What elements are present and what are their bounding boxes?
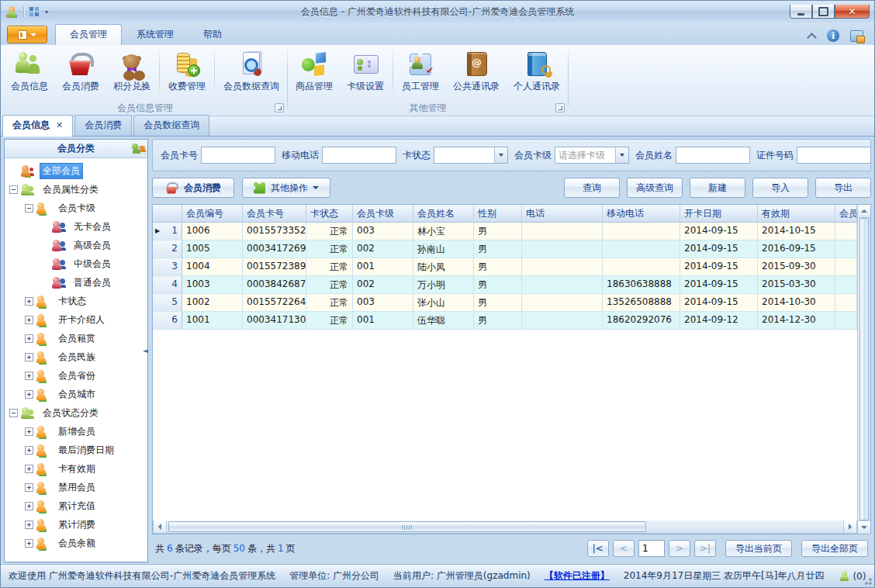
tree-expander-icon[interactable] bbox=[9, 185, 18, 194]
tree-expander-icon[interactable] bbox=[25, 465, 33, 473]
export-all-pages-button[interactable]: 导出全部页 bbox=[801, 540, 868, 557]
filter-input[interactable] bbox=[322, 147, 396, 164]
skin-icon[interactable] bbox=[850, 30, 863, 42]
info-icon[interactable]: i bbox=[827, 29, 839, 42]
quick-access-dropdown-icon[interactable]: ▾ bbox=[45, 9, 48, 16]
column-header[interactable]: 开卡日期 bbox=[680, 205, 758, 222]
column-header[interactable]: 会员编号 bbox=[182, 205, 243, 222]
ribbon-button[interactable]: 卡级设置 bbox=[340, 47, 391, 101]
action-button[interactable]: 导出 bbox=[815, 178, 871, 198]
scroll-left-icon[interactable] bbox=[154, 521, 167, 533]
action-button[interactable]: 高级查询 bbox=[627, 178, 683, 198]
tree-item[interactable]: 高级会员 bbox=[5, 236, 147, 254]
ribbon-button[interactable]: 收费管理 bbox=[161, 47, 213, 101]
table-row[interactable]: 1 1006 0015573352 正常 003 林小宝 男 2014-09-1… bbox=[153, 223, 857, 240]
vertical-scrollbar[interactable] bbox=[857, 205, 870, 534]
filter-select[interactable]: 请选择卡级 bbox=[555, 147, 629, 164]
tree-expander-icon[interactable] bbox=[25, 204, 33, 213]
tree-expander-icon[interactable] bbox=[25, 297, 33, 306]
vertical-scroll-thumb[interactable] bbox=[859, 218, 869, 521]
tree-item[interactable]: 卡状态 bbox=[5, 292, 147, 310]
tree-expander-icon[interactable] bbox=[25, 427, 33, 436]
tree-expander-icon[interactable] bbox=[25, 539, 33, 548]
tree-item[interactable]: 禁用会员 bbox=[5, 478, 147, 496]
tree-item[interactable]: 普通会员 bbox=[5, 273, 147, 292]
column-header[interactable]: 移动电话 bbox=[603, 205, 680, 222]
document-tab[interactable]: 会员信息 ✕ bbox=[2, 115, 73, 137]
ribbon-button[interactable]: 个人通讯录 bbox=[507, 47, 567, 101]
close-button[interactable]: ✕ bbox=[835, 5, 870, 19]
maximize-button[interactable] bbox=[812, 5, 835, 19]
dialog-launcher-icon[interactable] bbox=[555, 103, 565, 112]
column-header[interactable]: 卡状态 bbox=[306, 205, 353, 222]
registered-link[interactable]: 【软件已注册】 bbox=[545, 569, 610, 583]
tree-expander-icon[interactable] bbox=[25, 353, 33, 361]
export-current-page-button[interactable]: 导出当前页 bbox=[725, 540, 792, 557]
ribbon-button[interactable]: 会员信息 bbox=[4, 47, 55, 101]
resize-grip[interactable] bbox=[863, 576, 873, 586]
first-page-button[interactable]: |< bbox=[587, 540, 609, 557]
tree-item[interactable]: 累计消费 bbox=[5, 515, 147, 534]
window-layout-icon[interactable] bbox=[29, 6, 40, 17]
column-header[interactable]: 会员 bbox=[835, 205, 857, 222]
tree-item[interactable]: 卡有效期 bbox=[5, 459, 147, 478]
chevron-down-icon[interactable] bbox=[615, 147, 628, 163]
filter-input[interactable] bbox=[797, 147, 871, 164]
tree-item[interactable]: 会员省份 bbox=[5, 366, 147, 385]
horizontal-scrollbar[interactable] bbox=[153, 521, 857, 534]
application-menu-button[interactable] bbox=[7, 26, 47, 43]
ribbon-button[interactable]: 员工管理 bbox=[395, 47, 446, 101]
tree-item[interactable]: 最后消费日期 bbox=[5, 441, 147, 459]
previous-page-button[interactable]: < bbox=[613, 540, 635, 557]
ribbon-tab[interactable]: 会员管理 bbox=[55, 24, 122, 45]
tree-expander-icon[interactable] bbox=[9, 409, 18, 417]
table-row[interactable]: 2 1005 0003417269 正常 002 孙南山 男 2014-09-1… bbox=[153, 240, 857, 258]
ribbon-button[interactable]: 会员消费 bbox=[55, 47, 106, 101]
filter-input[interactable] bbox=[676, 147, 750, 164]
column-header[interactable]: 电话 bbox=[522, 205, 603, 222]
column-header[interactable]: 会员卡号 bbox=[243, 205, 306, 222]
table-row[interactable]: 3 1004 0015572389 正常 001 陆小凤 男 2014-09-1… bbox=[153, 258, 857, 276]
table-row[interactable]: 5 1002 0015572264 正常 003 张小山 男 135265088… bbox=[153, 294, 857, 312]
page-number-input[interactable] bbox=[638, 540, 665, 557]
tree-item[interactable]: 会员状态分类 bbox=[5, 403, 147, 422]
column-header[interactable]: 有效期 bbox=[758, 205, 835, 222]
minimize-button[interactable] bbox=[790, 5, 812, 19]
horizontal-scroll-thumb[interactable] bbox=[168, 521, 646, 532]
chevron-down-icon[interactable] bbox=[494, 147, 507, 163]
document-tab[interactable]: 会员消费 ✕ bbox=[74, 115, 132, 136]
tree-item[interactable]: 会员卡级 bbox=[5, 199, 147, 217]
tree-expander-icon[interactable] bbox=[25, 334, 33, 343]
ribbon-tab[interactable]: 系统管理 bbox=[122, 24, 188, 45]
member-category-icon[interactable] bbox=[132, 144, 143, 154]
column-header[interactable]: 性别 bbox=[474, 205, 522, 222]
tree-item[interactable]: 全部会员 bbox=[5, 161, 147, 180]
filter-input[interactable] bbox=[201, 147, 275, 164]
other-operations-button[interactable]: 其他操作 bbox=[242, 178, 330, 198]
table-row[interactable]: 6 1001 0003417130 正常 001 伍华聪 男 186202920… bbox=[153, 312, 857, 330]
sidebar-collapse-icon[interactable]: ◄ bbox=[143, 345, 148, 356]
filter-select[interactable] bbox=[434, 147, 508, 164]
ribbon-button[interactable]: 公共通讯录 bbox=[446, 47, 507, 101]
tree-item[interactable]: 会员城市 bbox=[5, 385, 147, 403]
tree-item[interactable]: 会员余额 bbox=[5, 534, 147, 552]
collapse-ribbon-icon[interactable] bbox=[808, 33, 816, 38]
tree-expander-icon[interactable] bbox=[25, 390, 33, 399]
action-button[interactable]: 新建 bbox=[690, 178, 745, 198]
table-row[interactable]: 4 1003 0003842687 正常 002 万小明 男 186306388… bbox=[153, 276, 857, 294]
ribbon-button[interactable]: 商品管理 bbox=[289, 47, 340, 101]
tree-item[interactable]: 会员民族 bbox=[5, 348, 147, 366]
scroll-right-icon[interactable] bbox=[843, 521, 856, 533]
tree-item[interactable]: 无卡会员 bbox=[5, 217, 147, 236]
tree-expander-icon[interactable] bbox=[25, 521, 33, 529]
scroll-down-icon[interactable] bbox=[858, 521, 870, 534]
last-page-button[interactable]: >| bbox=[694, 540, 716, 557]
tree-item[interactable]: 会员籍贯 bbox=[5, 329, 147, 348]
close-tab-icon[interactable]: ✕ bbox=[56, 120, 63, 130]
tree-item[interactable]: 新增会员 bbox=[5, 422, 147, 441]
ribbon-button[interactable]: 积分兑换 bbox=[106, 47, 157, 101]
tree-item[interactable]: 中级会员 bbox=[5, 254, 147, 273]
dialog-launcher-icon[interactable] bbox=[275, 103, 284, 112]
action-button[interactable]: 查询 bbox=[564, 178, 620, 198]
next-page-button[interactable]: > bbox=[669, 540, 690, 557]
